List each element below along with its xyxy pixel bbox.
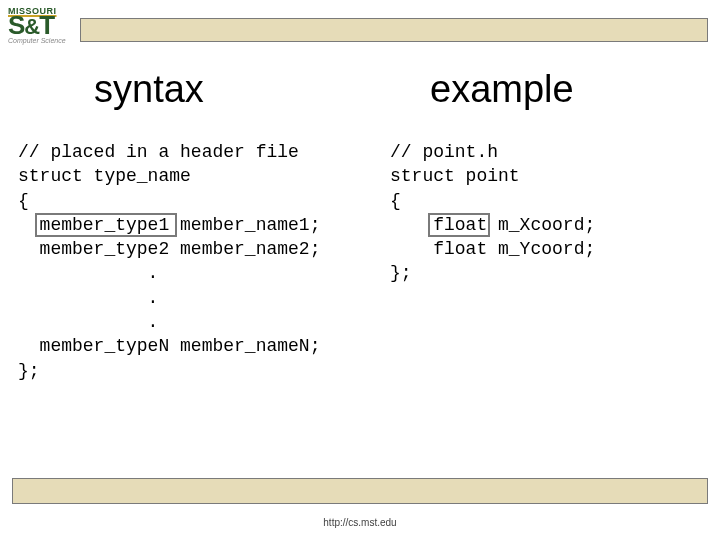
highlight-float [428,213,490,237]
top-decorative-bar [80,18,708,42]
heading-syntax: syntax [94,68,204,111]
code-block-example: // point.h struct point { float m_Xcoord… [390,140,595,286]
heading-example: example [430,68,574,111]
highlight-member-type1 [35,213,177,237]
bottom-decorative-bar [12,478,708,504]
footer-url: http://cs.mst.edu [0,517,720,528]
logo-subtitle: Computer Science [8,37,76,44]
logo-st: S&T [8,14,76,37]
logo: MISSOURI S&T Computer Science [8,6,76,44]
code-block-syntax: // placed in a header file struct type_n… [18,140,320,383]
